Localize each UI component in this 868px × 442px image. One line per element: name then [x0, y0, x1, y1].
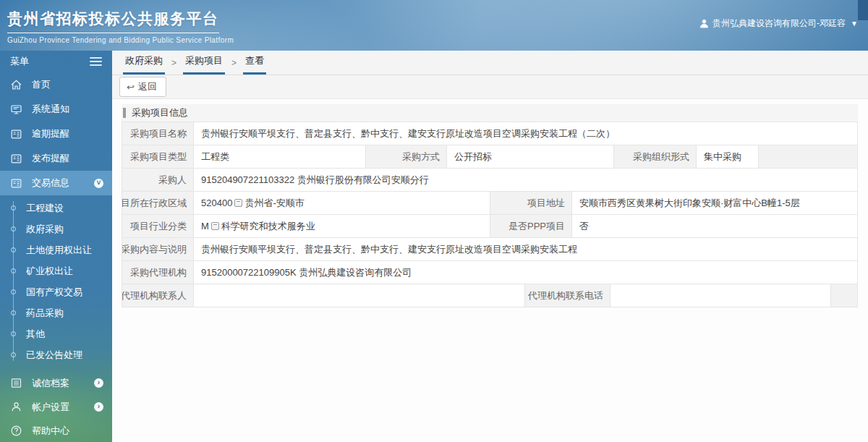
breadcrumb: 政府采购 > 采购项目 > 查看	[112, 51, 868, 75]
field-label: 采购内容与说明	[122, 238, 194, 261]
sidebar-item-home[interactable]: 首页	[0, 72, 112, 97]
sidebar-item-system-notice[interactable]: 系统通知	[0, 97, 112, 122]
chevron-down-icon: ˅	[94, 179, 103, 188]
breadcrumb-gov-procurement[interactable]: 政府采购	[123, 54, 165, 75]
sidebar: 菜单 首页 系统通知 逾期提醒 发布提醒 交易信息 ˅ 工程建设 政府采购 土地…	[0, 51, 112, 442]
sidebar-item-label: 帐户设置	[32, 401, 94, 414]
breadcrumb-separator: >	[225, 58, 243, 75]
submenu-item-land-use[interactable]: 土地使用权出让	[0, 239, 112, 260]
table-row: 采购项目类型 工程类 采购方式 公开招标 采购组织形式 集中采购	[122, 145, 858, 169]
menu-label: 菜单	[10, 55, 29, 68]
user-icon	[699, 19, 709, 28]
project-name-value: 贵州银行安顺平坝支行、普定县支行、黔中支行、建安支行原址改造项目空调采购安装工程…	[194, 122, 858, 145]
table-row: 采购项目名称 贵州银行安顺平坝支行、普定县支行、黔中支行、建安支行原址改造项目空…	[122, 122, 858, 145]
sidebar-item-label: 诚信档案	[32, 377, 94, 390]
submenu-item-mining-rights[interactable]: 矿业权出让	[0, 260, 112, 281]
org-form-value: 集中采购	[697, 145, 759, 169]
submenu-item-other[interactable]: 其他	[0, 323, 112, 344]
agency-contact-value	[194, 284, 525, 307]
breadcrumb-procurement-project[interactable]: 采购项目	[183, 54, 225, 75]
section-header: 采购项目信息	[122, 104, 858, 122]
field-label: 项目所在行政区域	[122, 192, 194, 215]
submenu-item-gov-procurement[interactable]: 政府采购	[0, 218, 112, 239]
field-label: 是否PPP项目	[490, 215, 572, 238]
industry-value: M 科学研究和技术服务业	[194, 215, 490, 238]
table-row: 采购内容与说明 贵州银行安顺平坝支行、普定县支行、黔中支行、建安支行原址改造项目…	[122, 238, 858, 261]
table-row: 项目所在行政区域 520400 贵州省-安顺市 项目地址 安顺市西秀区黄果树大街…	[122, 192, 858, 215]
submenu-item-drug-procurement[interactable]: 药品采购	[0, 302, 112, 323]
method-value: 公开招标	[447, 145, 614, 169]
field-label: 采购项目名称	[122, 122, 194, 145]
back-arrow-icon: ↩	[127, 82, 135, 93]
field-label: 采购代理机构	[122, 261, 194, 284]
field-label: 代理机构联系电话	[525, 284, 610, 307]
chevron-right-icon: ›	[94, 402, 103, 412]
toolbar: ↩ 返回	[112, 75, 868, 99]
sidebar-item-transaction-info[interactable]: 交易信息 ˅	[0, 171, 112, 195]
sidebar-item-label: 交易信息	[32, 177, 94, 190]
sidebar-item-label: 发布提醒	[32, 152, 69, 165]
project-info-table: 采购项目名称 贵州银行安顺平坝支行、普定县支行、黔中支行、建安支行原址改造项目空…	[122, 122, 858, 307]
content-value: 贵州银行安顺平坝支行、普定县支行、黔中支行、建安支行原址改造项目空调采购安装工程	[194, 238, 858, 261]
document-card-icon	[10, 177, 22, 190]
field-label: 采购组织形式	[614, 145, 697, 169]
table-row: 项目行业分类 M 科学研究和技术服务业 是否PPP项目 否	[122, 215, 858, 238]
sidebar-item-label: 帮助中心	[32, 425, 103, 438]
region-picker-icon[interactable]	[234, 199, 242, 207]
region-value: 520400 贵州省-安顺市	[194, 192, 490, 215]
app-header: 贵州省招标投标公共服务平台 GuiZhou Province Tendering…	[0, 0, 868, 51]
question-icon	[10, 425, 22, 437]
project-info-panel: 采购项目信息 采购项目名称 贵州银行安顺平坝支行、普定县支行、黔中支行、建安支行…	[112, 99, 868, 307]
transaction-submenu: 工程建设 政府采购 土地使用权出让 矿业权出让 国有产权交易 药品采购 其他 已…	[0, 195, 112, 368]
sidebar-item-help-center[interactable]: 帮助中心	[0, 419, 112, 442]
table-row: 采购人 915204907221103322 贵州银行股份有限公司安顺分行	[122, 169, 858, 192]
field-label: 项目行业分类	[122, 215, 194, 238]
table-filler-cell	[831, 284, 858, 307]
breadcrumb-separator: >	[165, 58, 183, 75]
sidebar-item-integrity-archive[interactable]: 诚信档案 ›	[0, 371, 112, 395]
back-button[interactable]: ↩ 返回	[119, 77, 166, 97]
breadcrumb-view[interactable]: 查看	[243, 54, 266, 75]
chevron-right-icon: ›	[94, 378, 103, 388]
document-card-icon	[10, 153, 22, 165]
agency-value: 91520000722109905K 贵州弘典建设咨询有限公司	[194, 261, 858, 284]
sidebar-item-label: 系统通知	[32, 103, 69, 116]
main-panel: 政府采购 > 采购项目 > 查看 ↩ 返回 采购项目信息 采购项目名称 贵州银行…	[112, 51, 868, 442]
sidebar-item-label: 首页	[32, 78, 51, 91]
field-label: 采购方式	[366, 145, 447, 169]
agency-phone-value	[610, 284, 831, 307]
table-row: 代理机构联系人 代理机构联系电话	[122, 284, 858, 307]
submenu-item-published-announcements[interactable]: 已发公告处理	[0, 344, 112, 365]
field-label: 采购人	[122, 169, 194, 192]
list-icon	[10, 377, 22, 389]
sidebar-item-label: 逾期提醒	[32, 127, 69, 140]
ppp-value: 否	[572, 215, 858, 238]
person-icon	[10, 401, 22, 413]
document-card-icon	[10, 128, 22, 140]
table-filler-cell	[759, 145, 858, 169]
purchaser-value: 915204907221103322 贵州银行股份有限公司安顺分行	[194, 169, 858, 192]
sidebar-item-publish-reminder[interactable]: 发布提醒	[0, 146, 112, 171]
address-value: 安顺市西秀区黄果树大街印象安顺·财富中心B幢1-5层	[572, 192, 858, 215]
submenu-item-engineering[interactable]: 工程建设	[0, 197, 112, 218]
platform-subtitle: GuiZhou Province Tendering and Bidding P…	[7, 36, 234, 44]
platform-title: 贵州省招标投标公共服务平台	[7, 9, 219, 33]
home-icon	[10, 79, 22, 91]
field-label: 代理机构联系人	[122, 284, 194, 307]
scrollbar-thumb[interactable]	[858, 0, 868, 20]
user-menu[interactable]: 贵州弘典建设咨询有限公司-邓廷容 ▼	[699, 17, 858, 30]
field-label: 采购项目类型	[122, 145, 194, 169]
monitor-icon	[10, 103, 22, 116]
section-marker	[123, 108, 126, 118]
field-label: 项目地址	[490, 192, 572, 215]
table-row: 采购代理机构 91520000722109905K 贵州弘典建设咨询有限公司	[122, 261, 858, 284]
industry-picker-icon[interactable]	[211, 222, 219, 230]
hamburger-icon[interactable]	[90, 55, 102, 68]
sidebar-item-account-settings[interactable]: 帐户设置 ›	[0, 395, 112, 419]
submenu-item-state-property[interactable]: 国有产权交易	[0, 281, 112, 302]
user-name: 贵州弘典建设咨询有限公司-邓廷容	[712, 17, 846, 30]
section-title: 采购项目信息	[132, 106, 188, 119]
project-type-value: 工程类	[194, 145, 366, 169]
sidebar-item-overdue-reminder[interactable]: 逾期提醒	[0, 122, 112, 146]
chevron-down-icon: ▼	[851, 20, 858, 27]
